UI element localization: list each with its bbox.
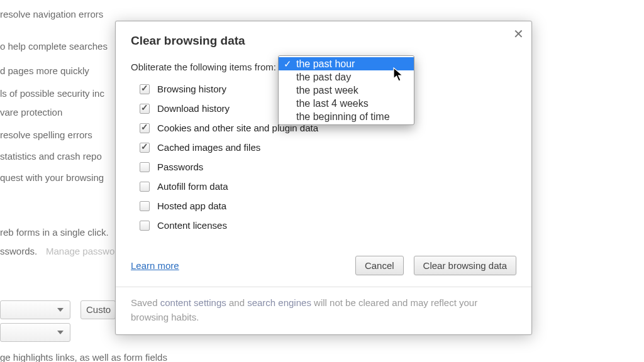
background-text: ge highlights links, as well as form fie… — [0, 352, 167, 362]
dialog-footer-note: Saved content settings and search engine… — [131, 296, 516, 324]
manage-passwords-link[interactable]: Manage passwo — [46, 246, 114, 256]
clear-item-row: Autofill form data — [140, 181, 516, 192]
time-range-option[interactable]: the beginning of time — [279, 110, 414, 123]
clear-item-checkbox[interactable] — [140, 182, 150, 192]
learn-more-link[interactable]: Learn more — [131, 260, 179, 271]
clear-item-row: Content licenses — [140, 220, 516, 231]
background-select-2[interactable]: Custo — [80, 300, 116, 319]
chevron-down-icon — [57, 308, 64, 312]
content-settings-text: content settings — [160, 297, 226, 308]
clear-item-label: Hosted app data — [157, 200, 226, 211]
background-text: quest with your browsing — [0, 172, 104, 183]
background-text: vare protection — [0, 107, 62, 118]
time-range-dropdown[interactable]: the past hourthe past daythe past weekth… — [278, 55, 414, 125]
time-range-option[interactable]: the past day — [279, 70, 414, 84]
time-range-option[interactable]: the past hour — [279, 57, 414, 70]
clear-item-label: Browsing history — [157, 84, 226, 94]
time-range-option[interactable]: the past week — [279, 84, 414, 97]
clear-item-checkbox[interactable] — [140, 84, 150, 94]
divider — [116, 287, 531, 287]
clear-item-label: Passwords — [157, 162, 203, 172]
clear-item-checkbox[interactable] — [140, 143, 150, 153]
clear-item-label: Autofill form data — [157, 181, 228, 192]
clear-item-label: Download history — [157, 103, 230, 114]
clear-item-row: Hosted app data — [140, 200, 516, 211]
clear-item-row: Passwords — [140, 162, 516, 172]
clear-item-label: Content licenses — [157, 220, 227, 231]
background-text: sswords. — [0, 246, 37, 256]
chevron-down-icon — [57, 331, 64, 334]
background-select-1[interactable] — [0, 300, 70, 319]
close-icon[interactable]: ✕ — [513, 28, 524, 40]
background-text: o help complete searches — [0, 41, 108, 52]
background-text: statistics and crash repo — [0, 151, 102, 162]
dialog-title: Clear browsing data — [131, 34, 516, 48]
dialog-actions: Learn more Cancel Clear browsing data — [131, 256, 516, 275]
clear-browsing-data-button[interactable]: Clear browsing data — [414, 256, 516, 275]
clear-item-checkbox[interactable] — [140, 104, 150, 114]
time-range-option[interactable]: the last 4 weeks — [279, 97, 414, 110]
clear-item-checkbox[interactable] — [140, 201, 150, 211]
cancel-button[interactable]: Cancel — [355, 256, 404, 275]
background-text: ls of possible security inc — [0, 88, 104, 99]
background-text: d pages more quickly — [0, 65, 89, 76]
clear-item-label: Cached images and files — [157, 142, 260, 153]
clear-item-checkbox[interactable] — [140, 123, 150, 133]
search-engines-text: search engines — [247, 297, 311, 308]
clear-item-row: Cached images and files — [140, 142, 516, 153]
background-text: resolve navigation errors — [0, 9, 103, 19]
background-text: reb forms in a single click. — [0, 227, 109, 238]
clear-item-checkbox[interactable] — [140, 221, 150, 231]
clear-item-checkbox[interactable] — [140, 162, 150, 172]
background-text: resolve spelling errors — [0, 129, 92, 140]
background-select-3[interactable] — [0, 323, 70, 342]
